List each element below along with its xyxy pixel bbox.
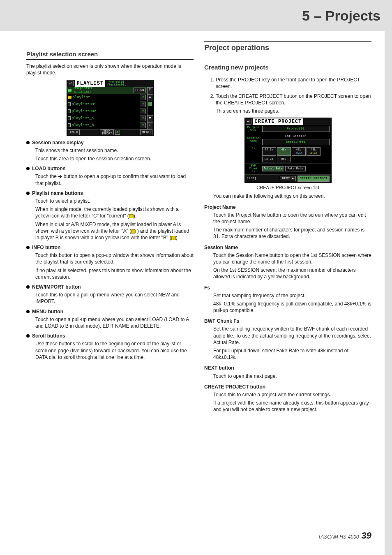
scroll-bottom-button[interactable]: ⤓: [147, 122, 153, 129]
label-bwf: BWF Chunk Fs: [247, 164, 261, 173]
document-icon: [68, 109, 71, 113]
bullet-menu-button: MENU button Touch to open a pull-up menu…: [26, 308, 194, 330]
fs-option[interactable]: 48k-0.1%: [292, 147, 306, 156]
fs-option-selected[interactable]: 48k: [277, 147, 291, 156]
side-shade: [385, 31, 392, 555]
playlist-row[interactable]: playlist_b ➔: [67, 122, 147, 129]
load-button[interactable]: LOAD: [134, 88, 146, 93]
ab-indicator: A: [115, 130, 120, 135]
arrow-right-icon: ➔: [141, 102, 144, 107]
content: Playlist selection screen The playlist s…: [0, 31, 392, 415]
bullet-scroll-buttons: Scroll buttons Use these buttons to scro…: [26, 333, 194, 361]
row-session: Session001: [73, 91, 93, 95]
arrow-right-icon: ➔: [141, 123, 144, 128]
load-button-desc: Touch the ➔ button to open a pop-up to c…: [35, 173, 194, 186]
bullet-icon: [26, 285, 30, 289]
label-fs: Fs: [247, 147, 261, 150]
folder-icon: [68, 96, 71, 99]
scroll-up-button[interactable]: ▲: [147, 94, 153, 101]
panel-footer: [1/3] NEXT ▶ CREATE PROJECT: [245, 174, 331, 183]
crumb-session: /Session001: [107, 83, 126, 86]
bullet-session-name-display: Session name display This shows the curr…: [26, 139, 194, 162]
term-fs: Fs: [204, 284, 371, 291]
term-bwf-chunk-fs: BWF Chunk Fs: [204, 318, 371, 324]
back-icon[interactable]: ↩: [246, 119, 251, 125]
page-header: 5 – Projects: [0, 0, 392, 31]
project-name-row: Project Name Project01: [245, 125, 331, 133]
left-column: Playlist selection screen The playlist s…: [26, 41, 194, 415]
load-arrow-button[interactable]: ➔: [140, 109, 145, 114]
bwf-option-selected[interactable]: Actual Rate: [262, 166, 284, 171]
load-arrow-button[interactable]: ➔: [140, 95, 145, 100]
bullet-icon: [26, 192, 30, 195]
fs-option[interactable]: 88.2k: [262, 157, 276, 162]
arrow-right-icon: ➔: [141, 95, 144, 100]
playlist-row[interactable]: playlist001 ➔: [67, 101, 147, 108]
session-name-field[interactable]: Session001: [262, 139, 330, 145]
subheading-creating-new-projects: Creating new projects: [204, 63, 371, 73]
session-row[interactable]: Project01 Session001 LOAD: [67, 87, 147, 94]
playlist-row[interactable]: playlist002 ➔: [67, 108, 147, 115]
bwf-row: BWF Chunk Fs Actual Rate Fake Rate: [245, 164, 331, 174]
a-chip-icon: [131, 229, 136, 234]
panel-header: ↩ CREATE PROJECT: [245, 118, 331, 125]
arrow-right-icon: ➔: [141, 116, 144, 121]
document-icon: [68, 102, 71, 106]
row-project: Project01: [73, 86, 93, 91]
playlist-row[interactable]: playlist ➔: [67, 94, 147, 101]
step-1: Press the PROJECT key on the front panel…: [216, 76, 371, 90]
panel-list: Project01 Session001 LOAD playlist ➔ pla…: [67, 87, 147, 129]
scroll-track[interactable]: [147, 101, 153, 115]
intro-text: The playlist selection screen is only sh…: [26, 63, 194, 76]
arrow-right-icon: ➔: [141, 109, 144, 114]
document-icon: [68, 123, 71, 127]
subheading-playlist-selection: Playlist selection screen: [26, 50, 194, 60]
scroll-down-button[interactable]: ▼: [147, 115, 153, 122]
load-arrow-button[interactable]: ➔: [140, 102, 145, 107]
load-arrow-button[interactable]: ➔: [140, 123, 145, 128]
panel-title: CREATE PROJECT: [253, 118, 304, 125]
current-chip-icon: [129, 214, 134, 218]
fs-option[interactable]: 96k: [277, 157, 291, 162]
steps-list: Press the PROJECT key on the front panel…: [216, 76, 371, 115]
new-import-button[interactable]: NEW/ IMPORT: [100, 130, 113, 135]
create-project-button[interactable]: CREATE PROJECT: [297, 176, 329, 182]
panel-body: Project01 Session001 LOAD playlist ➔ pla…: [67, 87, 153, 129]
bwf-option[interactable]: Fake Rate: [285, 166, 306, 171]
session-name-row: Session Name 1st Session Session001: [245, 133, 331, 146]
load-arrow-button[interactable]: ➔: [140, 116, 145, 121]
step-2: Touch the CREATE PROJECT button on the P…: [216, 93, 371, 115]
scroll-top-button[interactable]: ⤒: [147, 87, 153, 94]
term-session-name: Session Name: [204, 244, 371, 251]
footer-model: TASCAM HS-4000: [318, 534, 359, 540]
heading-project-operations: Project operations: [204, 41, 371, 54]
fs-option[interactable]: 48k+0.1%: [307, 147, 321, 156]
panel-footer: INFO NEW/ IMPORT A MENU: [67, 129, 153, 136]
document-icon: [68, 116, 71, 120]
bullet-icon: [26, 246, 30, 249]
term-next-button: NEXT button: [204, 365, 371, 371]
figure-playlist-panel: ↩ PLAYLIST Project01 /Session001 Pr: [26, 80, 194, 136]
fs-row: Fs 44.1k 48k 48k-0.1% 48k+0.1% 88.2k 96k: [245, 146, 331, 164]
label-session-name: Session Name: [247, 137, 261, 143]
bullet-icon: [26, 167, 30, 170]
project-name-field[interactable]: Project01: [262, 126, 330, 132]
device-panel-create-project: ↩ CREATE PROJECT Project Name Project01 …: [244, 118, 332, 183]
bullet-playlist-name-buttons: Playlist name buttons Touch to select a …: [26, 190, 194, 241]
page-indicator: [1/3]: [247, 176, 256, 181]
folder-icon: [68, 89, 71, 92]
playlist-row[interactable]: playlist_a ➔: [67, 115, 147, 122]
chevron-right-icon: ▶: [292, 176, 294, 180]
term-create-project-button: CREATE PROJECT button: [204, 384, 371, 390]
bullet-load-buttons: LOAD buttons Touch the ➔ button to open …: [26, 165, 194, 187]
page-title: 5 – Projects: [302, 8, 380, 24]
scroll-thumb[interactable]: [148, 102, 152, 106]
b-chip-icon: [171, 236, 176, 240]
info-button[interactable]: INFO: [68, 130, 80, 135]
scrollbar: ⤒ ▲ ▼ ⤓: [147, 87, 153, 129]
bullet-new-import-button: NEW/IMPORT button Touch this to open a p…: [26, 284, 194, 305]
fs-option[interactable]: 44.1k: [262, 147, 276, 156]
menu-button[interactable]: MENU: [140, 130, 152, 135]
page-footer: TASCAM HS-4000 39: [318, 530, 371, 541]
next-button[interactable]: NEXT ▶: [280, 176, 296, 181]
